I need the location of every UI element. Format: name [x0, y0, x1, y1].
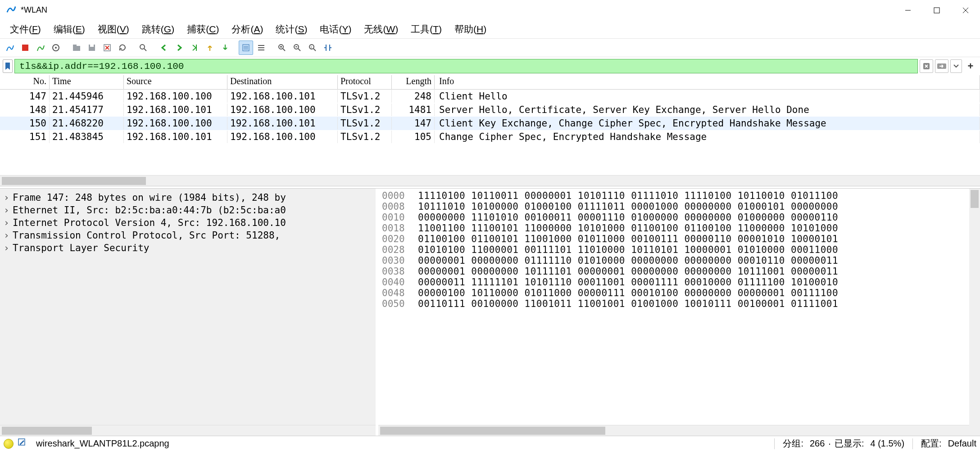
byte-line[interactable]: 0018 11001100 11100101 11000000 10101000… [378, 223, 980, 234]
byte-line[interactable]: 0008 10111010 10100000 01000100 01111011… [378, 201, 980, 212]
chevron-right-icon: › [4, 192, 13, 203]
bytes-vscroll[interactable] [969, 189, 980, 436]
menu-a[interactable]: 分析(A) [225, 21, 269, 37]
byte-line[interactable]: 0040 00000011 11111101 10101110 00011001… [378, 277, 980, 288]
maximize-button[interactable] [922, 0, 951, 20]
packet-details-pane[interactable]: ›Frame 147: 248 bytes on wire (1984 bits… [0, 189, 378, 436]
menu-h[interactable]: 帮助(H) [448, 21, 493, 37]
byte-line[interactable]: 0020 01100100 01100101 11001000 01011000… [378, 234, 980, 244]
find-icon[interactable] [136, 41, 150, 55]
reload-icon[interactable] [115, 41, 130, 55]
details-node[interactable]: ›Ethernet II, Src: b2:5c:ba:a0:44:7b (b2… [0, 204, 376, 216]
status-profile-value: Default [948, 438, 976, 449]
open-file-icon[interactable] [69, 41, 84, 55]
col-info[interactable]: Info [435, 75, 980, 89]
menu-g[interactable]: 跳转(G) [136, 21, 181, 37]
menu-s[interactable]: 统计(S) [269, 21, 313, 37]
add-filter-button[interactable]: + [964, 59, 977, 73]
zoom-reset-icon[interactable]: 1 [305, 41, 320, 55]
zoom-out-icon[interactable] [290, 41, 304, 55]
details-node[interactable]: ›Internet Protocol Version 4, Src: 192.1… [0, 216, 376, 229]
packet-row[interactable]: 15021.468220192.168.100.100192.168.100.1… [0, 117, 980, 130]
filter-toolbar: + [0, 57, 980, 75]
col-dst[interactable]: Destination [227, 75, 338, 89]
svg-point-14 [140, 45, 145, 49]
apply-filter-icon[interactable] [935, 59, 948, 73]
display-filter-input[interactable] [14, 59, 918, 73]
go-forward-icon[interactable] [172, 41, 186, 55]
clear-filter-icon[interactable] [920, 59, 933, 73]
go-to-packet-icon[interactable] [187, 41, 202, 55]
details-hscroll[interactable] [0, 425, 376, 436]
restart-capture-icon[interactable] [33, 41, 48, 55]
status-profile-label: 配置: [921, 437, 942, 450]
packet-list-body[interactable]: 14721.445946192.168.100.100192.168.100.1… [0, 90, 980, 175]
filter-history-dropdown[interactable] [950, 59, 962, 73]
svg-line-32 [313, 49, 316, 51]
col-src[interactable]: Source [124, 75, 227, 89]
svg-point-6 [55, 47, 57, 49]
menu-t[interactable]: 工具(T) [404, 21, 448, 37]
byte-line[interactable]: 0048 00000100 10110000 01011000 00000111… [378, 288, 980, 298]
status-dot: · [828, 438, 831, 449]
main-toolbar: 1 [0, 38, 980, 57]
col-proto[interactable]: Protocol [338, 75, 392, 89]
stop-capture-icon[interactable] [18, 41, 32, 55]
byte-line[interactable]: 0000 11110100 10110011 00000001 10101110… [378, 190, 980, 201]
packet-bytes-pane[interactable]: 0000 11110100 10110011 00000001 10101110… [378, 189, 980, 436]
chevron-right-icon: › [4, 217, 13, 228]
capture-filename: wireshark_WLANTP81L2.pcapng [36, 438, 169, 449]
packet-list-header[interactable]: No. Time Source Destination Protocol Len… [0, 75, 980, 90]
capture-options-icon[interactable] [49, 41, 63, 55]
menu-w[interactable]: 无线(W) [358, 21, 404, 37]
colorize-icon[interactable] [254, 41, 268, 55]
menu-e[interactable]: 编辑(E) [47, 21, 91, 37]
display-filter-field[interactable] [19, 61, 913, 72]
menu-f[interactable]: 文件(F) [4, 21, 47, 37]
go-back-icon[interactable] [157, 41, 171, 55]
details-node[interactable]: ›Transport Layer Security [0, 242, 376, 254]
byte-line[interactable]: 0028 01010100 11000001 00111101 11010000… [378, 244, 980, 255]
status-groups-label: 分组: [783, 437, 803, 450]
status-displayed-label: 已显示: [835, 437, 864, 450]
svg-text:1: 1 [310, 45, 312, 49]
byte-line[interactable]: 0050 00110111 00100000 11001011 11001001… [378, 298, 980, 309]
byte-line[interactable]: 0030 00000001 00000000 01111110 01010000… [378, 255, 980, 266]
filter-bookmark-icon[interactable] [3, 59, 13, 73]
minimize-button[interactable] [894, 0, 922, 20]
go-last-icon[interactable] [218, 41, 232, 55]
status-displayed-value: 4 (1.5%) [870, 438, 904, 449]
expert-info-icon[interactable] [4, 439, 14, 449]
menu-c[interactable]: 捕获(C) [181, 21, 225, 37]
packet-row[interactable]: 14721.445946192.168.100.100192.168.100.1… [0, 90, 980, 103]
close-file-icon[interactable] [100, 41, 114, 55]
zoom-in-icon[interactable] [275, 41, 289, 55]
packet-row[interactable]: 15121.483845192.168.100.101192.168.100.1… [0, 130, 980, 144]
svg-rect-4 [22, 45, 28, 51]
close-button[interactable] [951, 0, 980, 20]
bottom-panes: ›Frame 147: 248 bytes on wire (1984 bits… [0, 189, 980, 436]
svg-rect-10 [90, 45, 94, 47]
chevron-right-icon: › [4, 243, 13, 253]
auto-scroll-icon[interactable] [239, 41, 253, 55]
packet-row[interactable]: 14821.454177192.168.100.101192.168.100.1… [0, 103, 980, 117]
bytes-hscroll[interactable] [378, 425, 969, 436]
byte-line[interactable]: 0010 00000000 11101010 00100011 00001110… [378, 212, 980, 223]
edit-capture-comment-icon[interactable] [17, 437, 27, 450]
col-len[interactable]: Length [392, 75, 435, 89]
col-no[interactable]: No. [0, 75, 50, 89]
menu-y[interactable]: 电话(Y) [313, 21, 358, 37]
packet-list-hscroll[interactable] [0, 175, 980, 186]
start-capture-icon[interactable] [3, 41, 17, 55]
menu-v[interactable]: 视图(V) [91, 21, 136, 37]
svg-line-15 [144, 49, 146, 51]
menubar: 文件(F)编辑(E)视图(V)跳转(G)捕获(C)分析(A)统计(S)电话(Y)… [0, 20, 980, 38]
byte-line[interactable]: 0038 00000001 00000000 10111101 00000001… [378, 266, 980, 277]
titlebar: *WLAN [0, 0, 980, 20]
resize-columns-icon[interactable] [321, 41, 335, 55]
col-time[interactable]: Time [50, 75, 124, 89]
details-node[interactable]: ›Frame 147: 248 bytes on wire (1984 bits… [0, 191, 376, 204]
details-node[interactable]: ›Transmission Control Protocol, Src Port… [0, 229, 376, 242]
go-first-icon[interactable] [203, 41, 217, 55]
save-file-icon[interactable] [85, 41, 99, 55]
